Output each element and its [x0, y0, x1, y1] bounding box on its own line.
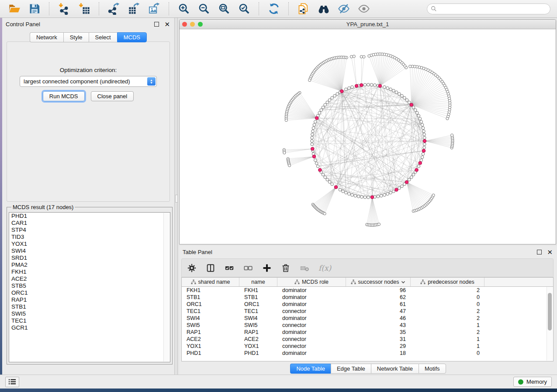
table-row[interactable]: RAP1RAP1dominator352	[182, 329, 553, 336]
window-float-icon[interactable]	[537, 250, 542, 254]
duplicate-network-button[interactable]	[298, 3, 310, 15]
deselect-all-button[interactable]	[243, 263, 253, 273]
refresh-button[interactable]	[268, 3, 280, 15]
run-mcds-button[interactable]: Run MCDS	[43, 91, 85, 101]
zoom-selected-button[interactable]	[238, 3, 250, 15]
mcds-panel-card	[7, 41, 170, 202]
network-edges	[312, 85, 425, 197]
table-row[interactable]: SWI4SWI4dominator462	[182, 315, 553, 322]
mcds-result-item[interactable]: ORC1	[9, 289, 170, 296]
import-network-button[interactable]	[58, 3, 70, 15]
task-history-button[interactable]	[5, 377, 19, 387]
tab-edge-table[interactable]: Edge Table	[331, 364, 371, 374]
table-row[interactable]: ACE2ACE2connector311	[182, 336, 553, 343]
table-row[interactable]: PHD1PHD1dominator180	[182, 350, 553, 357]
export-network-icon	[108, 3, 120, 15]
zoom-out-button[interactable]	[198, 3, 210, 15]
show-all-button[interactable]	[358, 3, 370, 15]
column-header-mcds-role[interactable]: MCDS role	[277, 278, 346, 286]
search-network-button[interactable]	[318, 3, 330, 15]
mcds-result-item[interactable]: CAR1	[9, 220, 170, 227]
result-list-scrollbar[interactable]	[163, 213, 170, 361]
window-float-icon[interactable]	[154, 22, 159, 27]
delete-table-icon	[300, 263, 309, 273]
hide-selected-button[interactable]	[338, 3, 350, 15]
zoom-fit-icon	[218, 3, 230, 15]
delete-row-button[interactable]	[281, 263, 291, 273]
search-input[interactable]	[439, 5, 547, 13]
tab-select[interactable]: Select	[89, 32, 117, 42]
mcds-result-item[interactable]: GCR1	[9, 324, 170, 331]
table-scrollbar[interactable]	[547, 287, 553, 361]
column-header-name[interactable]: name	[239, 278, 277, 286]
import-table-button[interactable]	[78, 3, 90, 15]
mcds-result-item[interactable]: SWI5	[9, 310, 170, 317]
mcds-result-item[interactable]: STB1	[9, 303, 170, 310]
export-network-button[interactable]	[108, 3, 120, 15]
table-row[interactable]: FKH1FKH1dominator962	[182, 287, 553, 294]
mcds-result-item[interactable]: YOX1	[9, 241, 170, 248]
table-options-button[interactable]	[187, 263, 197, 273]
export-image-button[interactable]	[148, 3, 160, 15]
node-table[interactable]: shared namenameMCDS rolesuccessor nodesp…	[181, 277, 554, 361]
table-scrollbar-thumb[interactable]	[548, 293, 552, 330]
search-icon	[431, 6, 437, 12]
node-table-body: FKH1FKH1dominator962STB1STB1dominator620…	[182, 287, 553, 357]
table-row[interactable]: ORC1ORC1dominator610	[182, 301, 553, 308]
table-row[interactable]: YOX1YOX1connector291	[182, 343, 553, 350]
mcds-result-item[interactable]: FKH1	[9, 268, 170, 275]
mcds-result-item[interactable]: PHD1	[9, 213, 170, 220]
mcds-result-item[interactable]: TID3	[9, 234, 170, 241]
mcds-result-item[interactable]: ACE2	[9, 275, 170, 282]
mcds-result-item[interactable]: RAP1	[9, 296, 170, 303]
network-canvas[interactable]	[180, 29, 556, 244]
delete-table-button[interactable]	[300, 263, 309, 273]
mcds-result-item[interactable]: TEC1	[9, 317, 170, 324]
window-close-icon[interactable]: ✕	[164, 22, 170, 26]
column-header-predecessor-nodes[interactable]: predecessor nodes	[411, 278, 484, 286]
table-cell: dominator	[277, 287, 346, 293]
network-window-titlebar[interactable]: YPA_prune.txt_1	[180, 20, 556, 29]
control-panel-title: Control Panel	[6, 21, 154, 28]
network-view-window: YPA_prune.txt_1	[179, 19, 556, 244]
memory-button[interactable]: Memory	[513, 377, 552, 387]
search-box[interactable]	[427, 3, 550, 14]
tab-mcds[interactable]: MCDS	[117, 32, 147, 42]
function-builder-button[interactable]: f(x)	[318, 263, 328, 273]
save-session-button[interactable]	[28, 3, 41, 15]
tab-network-table[interactable]: Network Table	[371, 364, 419, 374]
add-row-button[interactable]	[262, 263, 272, 273]
tab-style[interactable]: Style	[63, 32, 89, 42]
export-table-button[interactable]	[128, 3, 140, 15]
mcds-result-list[interactable]: PHD1CAR1STP4TID3YOX1SWI4SRD1PMA2FKH1ACE2…	[9, 212, 170, 362]
mcds-result-item[interactable]: PMA2	[9, 261, 170, 268]
table-row[interactable]: SWI5SWI5connector431	[182, 322, 553, 329]
open-file-button[interactable]	[8, 3, 21, 15]
table-cell: 1	[411, 343, 484, 349]
delete-row-icon	[281, 263, 291, 273]
tab-node-table[interactable]: Node Table	[290, 364, 331, 374]
mcds-result-item[interactable]: SWI4	[9, 248, 170, 254]
panel-splitter[interactable]	[174, 18, 178, 375]
table-row[interactable]: TEC1TEC1connector472	[182, 308, 553, 315]
criterion-dropdown[interactable]: largest connected component (undirected)…	[20, 76, 157, 87]
zoom-fit-button[interactable]	[218, 3, 230, 15]
window-close-icon[interactable]: ✕	[547, 250, 553, 254]
zoom-in-button[interactable]	[178, 3, 190, 15]
table-cell: ACE2	[182, 336, 239, 342]
tab-network[interactable]: Network	[30, 32, 63, 42]
mcds-result-item[interactable]: STP4	[9, 227, 170, 234]
mcds-result-item[interactable]: SRD1	[9, 254, 170, 261]
table-cell: dominator	[277, 315, 346, 321]
close-panel-button[interactable]: Close panel	[91, 91, 134, 101]
show-columns-button[interactable]	[206, 263, 215, 273]
table-panel-header: Table Panel ✕	[179, 246, 557, 258]
table-row[interactable]: STB1STB1dominator620	[182, 294, 553, 301]
select-all-button[interactable]	[225, 263, 234, 273]
toolbar-separator	[99, 2, 100, 15]
column-header-shared-name[interactable]: shared name	[182, 278, 239, 286]
column-header-successor-nodes[interactable]: successor nodes	[346, 278, 411, 286]
table-panel-title: Table Panel	[183, 249, 537, 255]
tab-motifs[interactable]: Motifs	[419, 364, 446, 374]
mcds-result-item[interactable]: STB5	[9, 282, 170, 289]
